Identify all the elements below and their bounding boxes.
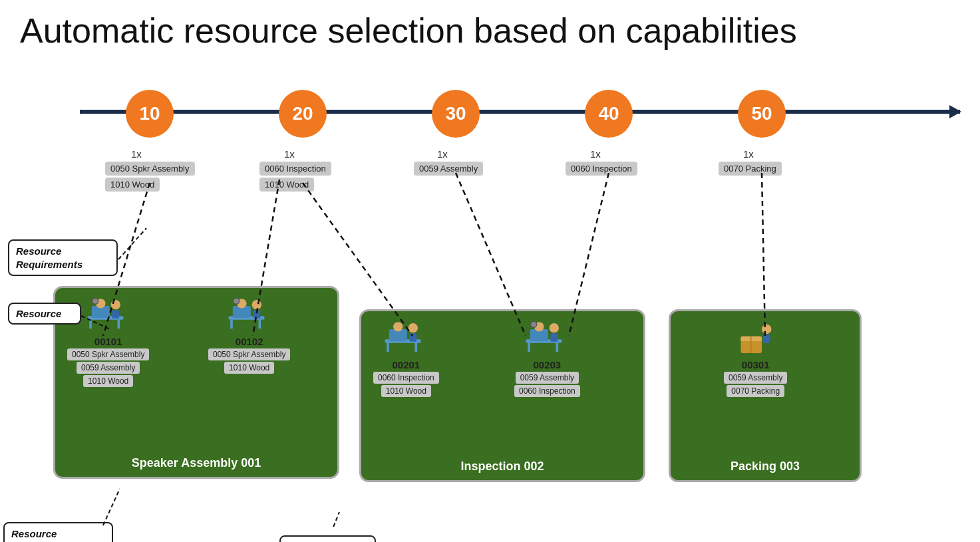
resource-00201: 00201 0060 Inspection 1010 Wood bbox=[373, 318, 439, 398]
svg-rect-29 bbox=[551, 333, 558, 342]
callout-resource-group: Resource Group bbox=[279, 535, 376, 542]
cap-00102-1: 1010 Wood bbox=[224, 362, 274, 374]
svg-point-30 bbox=[531, 321, 537, 327]
req-mult-20: 1x bbox=[284, 148, 295, 160]
cap-00102-0: 0050 Spkr Assembly bbox=[208, 348, 290, 360]
step-20: 20 bbox=[279, 90, 327, 138]
resource-00301: 00301 0059 Assembly 0070 Packing bbox=[724, 318, 787, 398]
svg-rect-18 bbox=[415, 343, 418, 352]
resource-id-00201: 00201 bbox=[393, 359, 420, 370]
rg2-title: Inspection 002 bbox=[361, 460, 643, 474]
svg-point-5 bbox=[110, 300, 120, 309]
timeline bbox=[80, 110, 960, 114]
resource-id-00203: 00203 bbox=[534, 359, 562, 370]
resource-00102: 00102 0050 Spkr Assembly 1010 Wood bbox=[208, 295, 290, 375]
svg-point-20 bbox=[393, 322, 403, 331]
svg-rect-1 bbox=[89, 320, 92, 329]
svg-rect-10 bbox=[258, 320, 261, 329]
cap-00101-1: 0059 Assembly bbox=[77, 362, 140, 374]
resource-id-00101: 00101 bbox=[94, 336, 122, 347]
svg-point-34 bbox=[762, 325, 771, 334]
resource-id-00301: 00301 bbox=[742, 359, 770, 370]
req-tag-30-0: 0059 Assembly bbox=[414, 162, 483, 176]
resource-group-3: 00301 0059 Assembly 0070 Packing Packing… bbox=[669, 309, 862, 482]
svg-rect-24 bbox=[528, 343, 531, 352]
resource-group-1: 00101 0050 Spkr Assembly 0059 Assembly 1… bbox=[53, 286, 339, 479]
req-tag-40-0: 0060 Inspection bbox=[566, 162, 637, 176]
svg-line-45 bbox=[326, 512, 339, 529]
req-mult-30: 1x bbox=[437, 148, 448, 160]
req-tag-50-0: 0070 Packing bbox=[719, 162, 782, 176]
cap-00203-1: 0060 Inspection bbox=[514, 385, 580, 397]
svg-point-21 bbox=[408, 323, 418, 333]
page-title: Automatic resource selection based on ca… bbox=[0, 0, 980, 50]
step-10: 10 bbox=[126, 90, 174, 138]
machine-icon-00203 bbox=[523, 318, 571, 358]
rg1-title: Speaker Assembly 001 bbox=[55, 456, 337, 470]
callout-resource-capability: ResourceCapability bbox=[3, 522, 113, 542]
machine-icon-00201 bbox=[382, 318, 430, 358]
svg-rect-9 bbox=[230, 320, 233, 329]
svg-rect-22 bbox=[410, 333, 417, 342]
svg-point-28 bbox=[550, 323, 559, 333]
machine-icon-00301 bbox=[732, 318, 780, 358]
req-tag-10-1: 1010 Wood bbox=[105, 178, 160, 192]
req-mult-40: 1x bbox=[590, 148, 601, 160]
svg-rect-14 bbox=[253, 310, 260, 319]
svg-line-44 bbox=[103, 489, 120, 525]
main-content: 10 20 30 40 50 1x 0050 Spkr Assembly 101… bbox=[0, 50, 980, 529]
req-mult-10: 1x bbox=[131, 148, 142, 160]
resource-id-00102: 00102 bbox=[236, 336, 263, 347]
step-40: 40 bbox=[585, 90, 633, 138]
req-tag-10-0: 0050 Spkr Assembly bbox=[105, 162, 195, 176]
svg-rect-2 bbox=[117, 320, 120, 329]
cap-00201-1: 1010 Wood bbox=[381, 385, 431, 397]
svg-rect-6 bbox=[112, 310, 119, 319]
resource-00203: 00203 0059 Assembly 0060 Inspection bbox=[514, 318, 580, 398]
svg-point-13 bbox=[251, 300, 261, 309]
req-mult-50: 1x bbox=[743, 148, 754, 160]
svg-point-15 bbox=[233, 298, 239, 304]
req-tag-20-1: 1010 Wood bbox=[259, 178, 314, 192]
step-30: 30 bbox=[432, 90, 480, 138]
resource-group-2: 00201 0060 Inspection 1010 Wood 00203 00… bbox=[359, 309, 645, 482]
svg-point-7 bbox=[92, 298, 98, 304]
cap-00201-0: 0060 Inspection bbox=[373, 372, 439, 384]
callout-resource: Resource bbox=[8, 303, 81, 325]
cap-00101-0: 0050 Spkr Assembly bbox=[67, 348, 149, 360]
svg-rect-35 bbox=[762, 335, 770, 343]
svg-line-42 bbox=[118, 228, 146, 259]
machine-icon-00101 bbox=[84, 295, 132, 335]
cap-00301-0: 0059 Assembly bbox=[724, 372, 787, 384]
cap-00101-2: 1010 Wood bbox=[83, 375, 133, 387]
callout-resource-requirements: ResourceRequirements bbox=[8, 239, 118, 276]
req-tag-20-0: 0060 Inspection bbox=[259, 162, 331, 176]
rg3-title: Packing 003 bbox=[671, 460, 860, 474]
cap-00301-1: 0070 Packing bbox=[727, 385, 784, 397]
svg-rect-25 bbox=[556, 343, 559, 352]
machine-icon-00102 bbox=[226, 295, 273, 335]
svg-rect-17 bbox=[387, 343, 390, 352]
cap-00203-0: 0059 Assembly bbox=[516, 372, 579, 384]
step-50: 50 bbox=[738, 90, 786, 138]
